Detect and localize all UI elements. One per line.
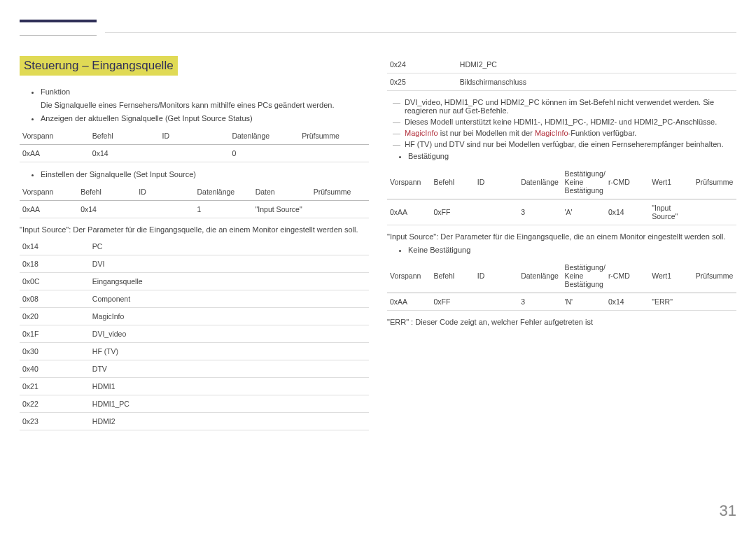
dash-icon: ― bbox=[393, 140, 400, 148]
input-source-explain-right: "Input Source": Der Parameter für die Ei… bbox=[387, 232, 736, 241]
table-row: 0x40DTV bbox=[20, 360, 369, 377]
td: "Input Source" bbox=[253, 200, 311, 218]
right-column: 0x24HDMI2_PC0x25Bildschirmanschluss ―DVI… bbox=[387, 56, 736, 437]
td bbox=[693, 199, 736, 225]
text: HF (TV) und DTV sind nur bei Modellen ve… bbox=[405, 140, 724, 148]
td: "Input Source" bbox=[649, 199, 692, 225]
th: Datenlänge bbox=[229, 127, 299, 145]
source-code: 0x20 bbox=[20, 307, 90, 325]
text: -Funktion verfügbar. bbox=[568, 129, 637, 137]
td bbox=[693, 293, 736, 310]
table-row: 0x23HDMI2 bbox=[20, 412, 369, 430]
th: Vorspann bbox=[20, 183, 78, 201]
td: "ERR" bbox=[649, 293, 692, 310]
source-name: Bildschirmanschluss bbox=[457, 73, 736, 91]
note-magicinfo: ― MagicInfo ist nur bei Modellen mit der… bbox=[393, 129, 736, 137]
th: Bestätigung/ Keine Bestätigung bbox=[562, 165, 606, 199]
text: ist nur bei Modellen mit der bbox=[438, 129, 535, 137]
td: 0 bbox=[229, 144, 299, 162]
table-row: 0x25Bildschirmanschluss bbox=[387, 73, 736, 91]
bullet-list: Anzeigen der aktuellen Signalquelle (Get… bbox=[20, 113, 369, 125]
th: Datenlänge bbox=[194, 183, 252, 201]
notes-list: ―DVI_video, HDMI1_PC und HDMI2_PC können… bbox=[387, 98, 736, 126]
th: Befehl bbox=[78, 183, 136, 201]
note-text: Dieses Modell unterstützt keine HDMI1-, … bbox=[405, 118, 717, 126]
source-code: 0x0C bbox=[20, 272, 90, 290]
funktion-label: Funktion bbox=[41, 87, 369, 98]
th: Befehl bbox=[90, 127, 160, 145]
td: 3 bbox=[518, 199, 561, 225]
magicinfo-term: MagicInfo bbox=[535, 129, 568, 137]
td: 'A' bbox=[562, 199, 606, 225]
td bbox=[136, 200, 194, 218]
td: 0x14 bbox=[606, 293, 649, 310]
source-name: Eingangsquelle bbox=[90, 272, 369, 290]
table-row: 0x08Component bbox=[20, 290, 369, 307]
td: 0x14 bbox=[78, 200, 136, 218]
th: r-CMD bbox=[606, 259, 649, 293]
th: Wert1 bbox=[649, 165, 692, 199]
td: 0xAA bbox=[387, 293, 430, 310]
header-rule bbox=[105, 32, 736, 33]
th: Prüfsumme bbox=[693, 165, 736, 199]
bullet-list: Keine Bestätigung bbox=[387, 245, 736, 256]
td: 1 bbox=[194, 200, 252, 218]
dash-icon: ― bbox=[393, 98, 400, 115]
th: Wert1 bbox=[649, 259, 692, 293]
td bbox=[311, 200, 369, 218]
td: 'N' bbox=[562, 293, 606, 310]
table-row: 0x24HDMI2_PC bbox=[387, 56, 736, 73]
source-code: 0x1F bbox=[20, 325, 90, 342]
th: Prüfsumme bbox=[311, 183, 369, 201]
source-name: HDMI1_PC bbox=[90, 395, 369, 412]
td: 0xFF bbox=[430, 293, 474, 310]
source-name: DVI bbox=[90, 255, 369, 272]
source-name: HDMI2_PC bbox=[457, 56, 736, 73]
bullet-list: Einstellen der Signalquelle (Set Input S… bbox=[20, 169, 369, 181]
th: Befehl bbox=[430, 165, 474, 199]
source-code: 0x08 bbox=[20, 290, 90, 307]
td: 0xAA bbox=[387, 199, 430, 225]
th: Prüfsumme bbox=[693, 259, 736, 293]
dash-icon: ― bbox=[393, 118, 400, 126]
th: r-CMD bbox=[606, 165, 649, 199]
note-hf: ― HF (TV) und DTV sind nur bei Modellen … bbox=[393, 140, 736, 148]
source-code: 0x21 bbox=[20, 377, 90, 395]
td: 0xFF bbox=[430, 199, 474, 225]
bullet-list: Funktion bbox=[20, 87, 369, 98]
err-explain: "ERR" : Dieser Code zeigt an, welcher Fe… bbox=[387, 318, 736, 326]
td bbox=[475, 293, 518, 310]
page: Steuerung – Eingangsquelle Funktion Die … bbox=[0, 0, 756, 534]
th: ID bbox=[136, 183, 194, 201]
nak-table: VorspannBefehlIDDatenlängeBestätigung/ K… bbox=[387, 259, 736, 311]
section-title: Steuerung – Eingangsquelle bbox=[20, 56, 178, 76]
th: Daten bbox=[253, 183, 311, 201]
source-code: 0x30 bbox=[20, 342, 90, 360]
th: Vorspann bbox=[387, 165, 430, 199]
note: ―DVI_video, HDMI1_PC und HDMI2_PC können… bbox=[393, 98, 736, 115]
th: Vorspann bbox=[387, 259, 430, 293]
th: Datenlänge bbox=[518, 165, 561, 199]
source-name: PC bbox=[90, 238, 369, 255]
th: ID bbox=[160, 127, 230, 145]
table-row: 0x18DVI bbox=[20, 255, 369, 272]
source-name: HF (TV) bbox=[90, 342, 369, 360]
note: ―Dieses Modell unterstützt keine HDMI1-,… bbox=[393, 118, 736, 126]
table-row: 0x22HDMI1_PC bbox=[20, 395, 369, 412]
source-code: 0x24 bbox=[387, 56, 457, 73]
th: Befehl bbox=[430, 259, 474, 293]
td: 0xAA bbox=[20, 200, 78, 218]
td: 3 bbox=[518, 293, 561, 310]
th: Prüfsumme bbox=[299, 127, 369, 145]
source-code: 0x14 bbox=[20, 238, 90, 255]
page-number: 31 bbox=[720, 502, 736, 520]
source-name: MagicInfo bbox=[90, 307, 369, 325]
source-code: 0x25 bbox=[387, 73, 457, 91]
get-status-table: Vorspann Befehl ID Datenlänge Prüfsumme … bbox=[20, 127, 369, 162]
ack-label: Bestätigung bbox=[408, 151, 736, 162]
source-name: DTV bbox=[90, 360, 369, 377]
left-column: Steuerung – Eingangsquelle Funktion Die … bbox=[20, 56, 369, 437]
td bbox=[299, 144, 369, 162]
dash-icon: ― bbox=[393, 129, 400, 137]
source-code: 0x18 bbox=[20, 255, 90, 272]
